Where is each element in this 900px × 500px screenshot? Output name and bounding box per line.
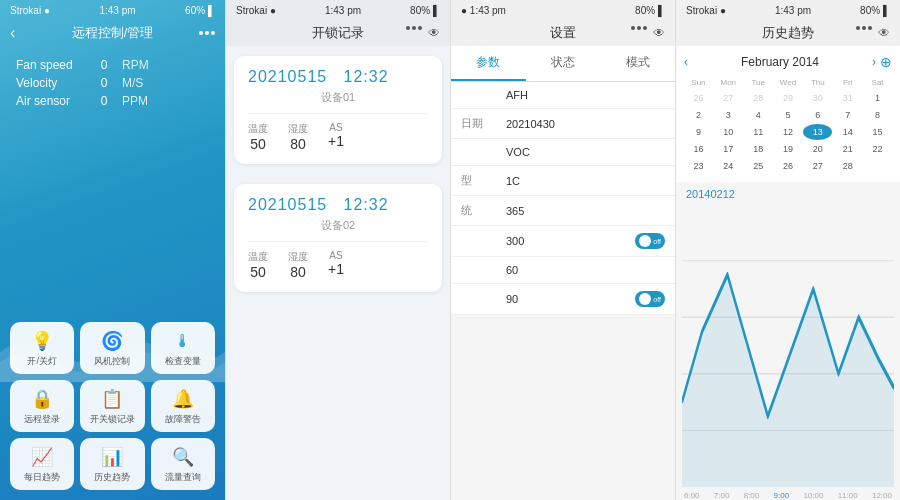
add-button[interactable]: ⊕ — [880, 54, 892, 70]
prev-month-button[interactable]: ‹ — [684, 55, 688, 69]
record1-datetime: 20210515 12:32 — [248, 68, 428, 86]
alert-button[interactable]: 🔔 故障警告 — [151, 380, 215, 432]
cal-day-p1[interactable]: 26 — [684, 90, 713, 106]
cal-day-28[interactable]: 28 — [833, 158, 862, 174]
fan-speed-unit: RPM — [122, 58, 149, 72]
panel1-header: ‹ 远程控制/管理 — [0, 20, 225, 46]
record1-as: AS +1 — [328, 122, 344, 152]
cal-head-sun: Sun — [684, 76, 713, 89]
record1-as-label: AS — [328, 122, 344, 133]
cal-day-4[interactable]: 4 — [744, 107, 773, 123]
cal-day-n1[interactable] — [863, 158, 892, 174]
light-icon: 💡 — [31, 330, 53, 352]
air-sensor-value: 0 — [94, 94, 114, 108]
cal-day-8[interactable]: 8 — [863, 107, 892, 123]
cal-day-p2[interactable]: 27 — [714, 90, 743, 106]
history-chart — [682, 204, 894, 487]
cal-day-14[interactable]: 14 — [833, 124, 862, 140]
cal-day-5[interactable]: 5 — [774, 107, 803, 123]
cal-day-26[interactable]: 26 — [774, 158, 803, 174]
cal-day-11[interactable]: 11 — [744, 124, 773, 140]
status-bar-3: ● 1:43 pm 80% ▌ — [451, 0, 675, 20]
cal-day-18[interactable]: 18 — [744, 141, 773, 157]
cal-day-p5[interactable]: 30 — [803, 90, 832, 106]
record2-date: 20210515 — [248, 196, 327, 213]
switch-record-button[interactable]: 📋 开关锁记录 — [80, 380, 144, 432]
x-label-900: 9:00 — [774, 491, 790, 500]
cal-head-mon: Mon — [714, 76, 743, 89]
bell-icon: 🔔 — [172, 388, 194, 410]
toggle-300[interactable]: off — [635, 233, 665, 249]
flow-query-button[interactable]: 🔍 流量查询 — [151, 438, 215, 490]
cal-day-p3[interactable]: 28 — [744, 90, 773, 106]
cal-day-25[interactable]: 25 — [744, 158, 773, 174]
more-button-4[interactable]: 👁 — [856, 26, 890, 40]
light-button[interactable]: 💡 开/关灯 — [10, 322, 74, 374]
more-button-2[interactable]: 👁 — [406, 26, 440, 40]
history-trend-panel: Strokai ● 1:43 pm 80% ▌ 历史趋势 👁 ‹ Februar… — [675, 0, 900, 500]
remote-login-button[interactable]: 🔒 远程登录 — [10, 380, 74, 432]
back-button[interactable]: ‹ — [10, 24, 15, 42]
record2-temp-value: 50 — [248, 264, 268, 280]
record1-temp: 温度 50 — [248, 122, 268, 152]
calendar-nav: ‹ February 2014 › ⊕ — [684, 54, 892, 70]
cal-day-7[interactable]: 7 — [833, 107, 862, 123]
cal-day-3[interactable]: 3 — [714, 107, 743, 123]
dot5 — [412, 26, 416, 30]
x-label-800: 8:00 — [744, 491, 760, 500]
cal-day-2[interactable]: 2 — [684, 107, 713, 123]
cal-day-6[interactable]: 6 — [803, 107, 832, 123]
settings-row-90: 90 off — [451, 284, 675, 315]
daily-trend-button[interactable]: 📈 每日趋势 — [10, 438, 74, 490]
air-sensor-unit: PPM — [122, 94, 148, 108]
velocity-unit: M/S — [122, 76, 143, 90]
record1-temp-label: 温度 — [248, 122, 268, 136]
dot4 — [406, 26, 410, 30]
cal-head-thu: Thu — [803, 76, 832, 89]
fan-button[interactable]: 🌀 风机控制 — [80, 322, 144, 374]
cal-day-27[interactable]: 27 — [803, 158, 832, 174]
status-time-2: 1:43 pm — [325, 5, 361, 16]
cal-day-p4[interactable]: 29 — [774, 90, 803, 106]
status-bar-1: Strokai ● 1:43 pm 60% ▌ — [0, 0, 225, 20]
cal-day-21[interactable]: 21 — [833, 141, 862, 157]
toggle-90[interactable]: off — [635, 291, 665, 307]
record-card-2: 20210515 12:32 设备02 温度 50 湿度 80 AS +1 — [234, 184, 442, 292]
search-icon: 🔍 — [172, 446, 194, 468]
panel2-header: 开锁记录 👁 — [226, 20, 450, 46]
cal-day-17[interactable]: 17 — [714, 141, 743, 157]
record2-as-label: AS — [328, 250, 344, 261]
cal-day-p6[interactable]: 31 — [833, 90, 862, 106]
fan-icon: 🌀 — [101, 330, 123, 352]
remote-control-panel: Strokai ● 1:43 pm 60% ▌ ‹ 远程控制/管理 Fan sp… — [0, 0, 225, 500]
check-button[interactable]: 🌡 检查变量 — [151, 322, 215, 374]
cal-day-15[interactable]: 15 — [863, 124, 892, 140]
history-trend-button[interactable]: 📊 历史趋势 — [80, 438, 144, 490]
cal-head-wed: Wed — [774, 76, 803, 89]
cal-day-23[interactable]: 23 — [684, 158, 713, 174]
status-left-3: ● 1:43 pm — [461, 5, 506, 16]
status-left-1: Strokai ● — [10, 5, 50, 16]
cal-day-12[interactable]: 12 — [774, 124, 803, 140]
type-label: 型 — [461, 173, 506, 188]
cal-day-9[interactable]: 9 — [684, 124, 713, 140]
tab-params[interactable]: 参数 — [451, 46, 526, 81]
cal-day-13-today[interactable]: 13 — [803, 124, 832, 140]
cal-day-24[interactable]: 24 — [714, 158, 743, 174]
cal-day-19[interactable]: 19 — [774, 141, 803, 157]
next-month-button[interactable]: › — [872, 55, 876, 69]
toggle-300-ball — [639, 235, 651, 247]
cal-day-10[interactable]: 10 — [714, 124, 743, 140]
cal-day-20[interactable]: 20 — [803, 141, 832, 157]
more-button-3[interactable]: 👁 — [631, 26, 665, 40]
cal-day-16[interactable]: 16 — [684, 141, 713, 157]
cal-day-1[interactable]: 1 — [863, 90, 892, 106]
tab-status[interactable]: 状态 — [526, 46, 601, 81]
r90-value: 90 — [506, 293, 635, 305]
more-button-1[interactable] — [199, 31, 215, 35]
tab-mode[interactable]: 模式 — [600, 46, 675, 81]
cal-day-22[interactable]: 22 — [863, 141, 892, 157]
eye-icon-4: 👁 — [878, 26, 890, 40]
status-right-4: 80% ▌ — [860, 5, 890, 16]
status-right-1: 60% ▌ — [185, 5, 215, 16]
